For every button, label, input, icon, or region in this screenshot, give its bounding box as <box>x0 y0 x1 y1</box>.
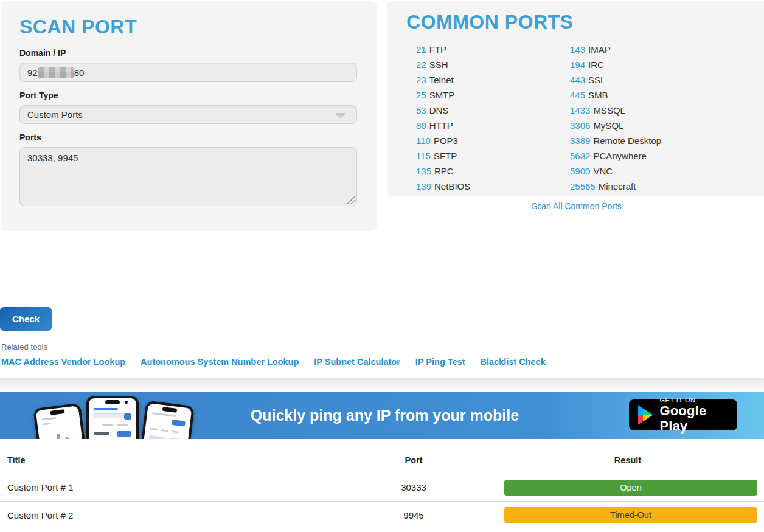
common-port-name: MySQL <box>593 120 623 131</box>
common-port-item: 115SFTP <box>416 148 570 164</box>
common-port-name: SSH <box>429 60 448 70</box>
link-ip-subnet-calculator[interactable]: IP Subnet Calculator <box>314 357 400 367</box>
common-port-link[interactable]: 25565 <box>570 181 596 192</box>
promo-banner: Quickly ping any IP from your mobile GET… <box>0 392 764 439</box>
common-port-name: Minecraft <box>599 181 636 192</box>
common-port-link[interactable]: 445 <box>570 90 585 100</box>
common-port-link[interactable]: 135 <box>416 166 431 176</box>
common-port-item: 135RPC <box>416 164 570 179</box>
common-port-link[interactable]: 53 <box>416 105 426 116</box>
common-port-item: 110POP3 <box>416 133 570 148</box>
common-port-link[interactable]: 3389 <box>570 136 590 146</box>
common-port-item: 25SMTP <box>416 88 570 103</box>
results-table: Title Port Result Custom Port # 1 30333 … <box>0 447 764 528</box>
common-port-name: PCAnywhere <box>593 151 647 161</box>
domain-value-suffix: 80 <box>74 67 85 78</box>
common-port-link[interactable]: 115 <box>416 151 431 161</box>
common-port-link[interactable]: 194 <box>570 60 585 70</box>
common-ports-title: COMMON PORTS <box>406 11 757 33</box>
common-port-item: 53DNS <box>416 103 570 118</box>
common-port-link[interactable]: 3306 <box>570 120 590 131</box>
common-port-link[interactable]: 143 <box>570 44 585 55</box>
common-ports-right-column: 143IMAP 194IRC 443SSL 445SMB 1433MSSQL 3… <box>570 42 661 194</box>
link-mac-address-vendor-lookup[interactable]: MAC Address Vendor Lookup <box>1 357 125 367</box>
common-port-item: 445SMB <box>570 88 661 103</box>
related-tools-label: Related tools <box>1 342 47 351</box>
common-port-name: VNC <box>593 166 613 176</box>
link-asn-lookup[interactable]: Autonomous System Number Lookup <box>141 357 299 367</box>
scan-all-common-ports-link[interactable]: Scan All Common Ports <box>532 201 622 211</box>
domain-input[interactable]: 9280 <box>19 63 357 82</box>
common-port-name: DNS <box>429 105 449 116</box>
section-divider <box>0 378 764 392</box>
common-port-link[interactable]: 1433 <box>570 105 590 116</box>
row-title: Custom Port # 1 <box>0 482 336 492</box>
resize-handle-icon[interactable] <box>347 196 355 204</box>
common-port-item: 21FTP <box>416 42 570 57</box>
results-table-header: Title Port Result <box>0 447 764 474</box>
common-port-item: 5632PCAnywhere <box>570 148 661 164</box>
common-port-link[interactable]: 5900 <box>570 166 590 176</box>
status-badge: Open <box>504 480 757 496</box>
common-port-item: 3306MySQL <box>570 118 661 133</box>
phone-mockup-left <box>33 403 89 439</box>
common-port-item: 22SSH <box>416 57 570 72</box>
common-port-link[interactable]: 443 <box>570 75 585 85</box>
google-play-badge[interactable]: GET IT ON Google Play <box>629 399 737 430</box>
row-title: Custom Port # 2 <box>0 510 336 520</box>
ports-label: Ports <box>19 133 358 142</box>
common-port-link[interactable]: 110 <box>416 136 431 146</box>
link-ip-ping-test[interactable]: IP Ping Test <box>415 357 465 367</box>
common-ports-left-column: 21FTP 22SSH 23Telnet 25SMTP 53DNS 80HTTP… <box>406 42 570 194</box>
port-type-label: Port Type <box>19 91 358 100</box>
common-port-link[interactable]: 80 <box>416 120 426 131</box>
phone-mockup-center <box>86 396 139 439</box>
common-port-name: NetBIOS <box>434 181 470 192</box>
phone-mockup-right <box>136 401 195 439</box>
common-port-name: MSSQL <box>593 105 625 116</box>
common-port-item: 3389Remote Desktop <box>570 133 661 148</box>
ports-value: 30333, 9945 <box>27 153 78 163</box>
common-port-link[interactable]: 21 <box>416 44 426 55</box>
page: SCAN PORT Domain / IP 9280 Port Type Cus… <box>0 0 764 532</box>
link-blacklist-check[interactable]: Blacklist Check <box>481 357 546 367</box>
common-port-name: HTTP <box>429 120 453 131</box>
ports-textarea[interactable]: 30333, 9945 <box>19 147 357 206</box>
common-port-name: POP3 <box>434 136 458 146</box>
banner-headline: Quickly ping any IP from your mobile <box>251 407 519 424</box>
common-port-item: 5900VNC <box>570 164 661 179</box>
common-port-name: Remote Desktop <box>593 136 661 146</box>
row-port: 9945 <box>336 510 491 520</box>
common-port-link[interactable]: 5632 <box>570 151 590 161</box>
common-port-link[interactable]: 23 <box>416 75 426 85</box>
common-port-item: 194IRC <box>570 57 661 72</box>
domain-value-prefix: 92 <box>27 67 38 78</box>
related-tools-nav: MAC Address Vendor Lookup Autonomous Sys… <box>1 357 546 367</box>
header-result: Result <box>491 455 764 465</box>
table-row: Custom Port # 2 9945 Timed-Out <box>0 501 764 528</box>
common-port-name: FTP <box>429 44 446 55</box>
check-button[interactable]: Check <box>0 307 52 331</box>
chevron-down-icon <box>335 113 346 118</box>
scan-port-panel: SCAN PORT Domain / IP 9280 Port Type Cus… <box>1 1 377 231</box>
domain-value-redacted <box>38 67 74 78</box>
common-port-name: SFTP <box>434 151 457 161</box>
common-port-link[interactable]: 139 <box>416 181 431 192</box>
scan-port-title: SCAN PORT <box>19 16 358 38</box>
common-port-name: Telnet <box>429 75 454 85</box>
common-port-item: 139NetBIOS <box>416 179 570 194</box>
common-port-name: SMTP <box>429 90 455 100</box>
common-port-name: IRC <box>588 60 604 70</box>
common-port-link[interactable]: 25 <box>416 90 426 100</box>
google-play-badge-bottom-text: Google Play <box>659 404 728 433</box>
common-port-item: 143IMAP <box>570 42 661 57</box>
phones-illustration <box>38 395 215 439</box>
common-port-link[interactable]: 22 <box>416 60 426 70</box>
port-type-select[interactable]: Custom Ports <box>19 105 357 124</box>
google-play-icon <box>638 406 653 425</box>
common-port-item: 80HTTP <box>416 118 570 133</box>
header-title: Title <box>0 455 336 465</box>
common-port-item: 1433MSSQL <box>570 103 661 118</box>
common-port-name: RPC <box>434 166 454 176</box>
common-port-item: 443SSL <box>570 72 661 88</box>
